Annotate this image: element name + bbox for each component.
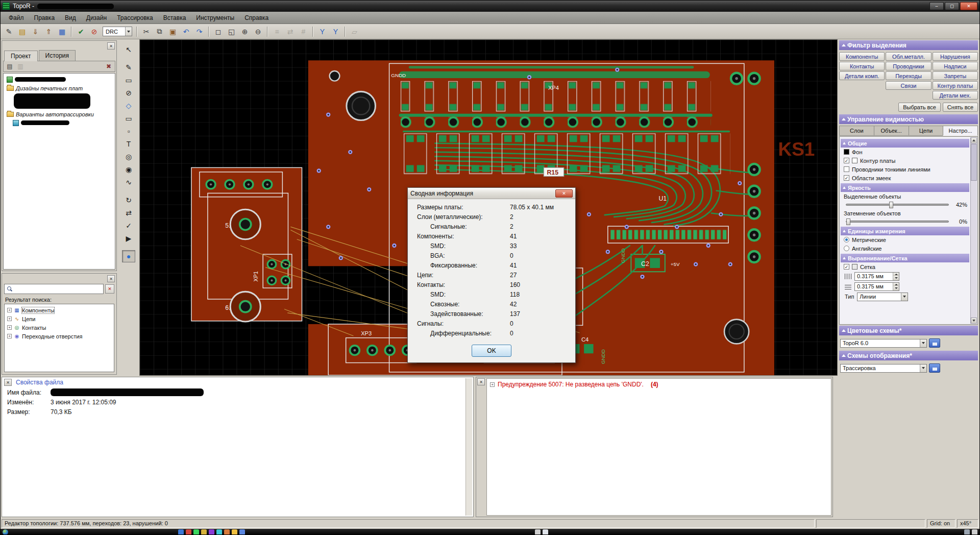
grid-icon[interactable]: # xyxy=(297,26,310,37)
pen-icon[interactable]: ✎ xyxy=(3,26,15,37)
menu-help[interactable]: Справка xyxy=(239,13,274,23)
section-units[interactable]: Единицы измерения xyxy=(841,227,969,235)
u1-connector-pads[interactable] xyxy=(610,228,727,242)
thin-wires-checkbox[interactable] xyxy=(844,166,849,172)
caliper2-icon[interactable]: Y xyxy=(329,26,342,37)
search-clear-icon[interactable]: ✕ xyxy=(105,284,114,294)
filter-keepouts[interactable]: Запреты xyxy=(933,71,978,80)
circle-tool-icon[interactable]: ⊘ xyxy=(122,87,135,99)
filter-links[interactable]: Связи xyxy=(886,81,931,90)
filter-components[interactable]: Компоненты xyxy=(839,52,885,61)
tree-root-item[interactable] xyxy=(5,75,114,84)
tab-history[interactable]: История xyxy=(39,50,76,61)
filter-comp-details[interactable]: Детали комп. xyxy=(839,71,885,80)
dialog-close-icon[interactable]: ✕ xyxy=(555,189,573,198)
tab-project[interactable]: Проект xyxy=(4,51,38,61)
drc-dropdown-arrow[interactable] xyxy=(125,27,132,36)
filter-board-outline[interactable]: Контур платы xyxy=(933,81,978,90)
mounting-hole[interactable] xyxy=(724,320,749,344)
display-schemes-header[interactable]: Схемы отображения* xyxy=(839,351,978,360)
taskbar-app-icon[interactable] xyxy=(201,529,207,535)
text-tool-icon[interactable]: T xyxy=(122,138,135,150)
color-scheme-dropdown[interactable]: TopoR 6.0 xyxy=(840,339,927,348)
save-color-scheme-button[interactable] xyxy=(929,338,940,348)
taskbar-app-icon[interactable] xyxy=(186,529,191,535)
rotate-tool-icon[interactable]: ↻ xyxy=(122,194,135,206)
tab-objects[interactable]: Объек... xyxy=(874,126,909,136)
dialog-title-bar[interactable]: Сводная информация ✕ xyxy=(408,188,575,199)
dim-slider[interactable] xyxy=(846,221,949,223)
status-grid[interactable]: Grid: on xyxy=(927,519,955,528)
open-icon[interactable]: ▤ xyxy=(16,26,29,37)
maximize-button[interactable]: ◻ xyxy=(945,2,959,10)
dropdown-arrow[interactable] xyxy=(920,339,926,347)
taskbar-app-icon[interactable] xyxy=(193,529,199,535)
taskbar-app-icon[interactable] xyxy=(216,529,222,535)
delete-design-icon[interactable]: ✖ xyxy=(104,62,113,70)
settings-scrollbar[interactable] xyxy=(970,137,977,324)
zoom-window-icon[interactable]: ◻ xyxy=(212,26,225,37)
tree-item[interactable] xyxy=(5,118,114,127)
menu-insert[interactable]: Вставка xyxy=(158,13,191,23)
via-tool-icon[interactable]: ◉ xyxy=(122,163,135,176)
pad-tool-icon[interactable]: ◎ xyxy=(122,151,135,163)
layers-icon[interactable]: ≡ xyxy=(271,26,283,37)
drc-off-icon[interactable]: ⊘ xyxy=(88,26,101,37)
grid-y-field[interactable]: 0.3175 мм xyxy=(854,282,899,291)
save-icon[interactable]: ▦ xyxy=(56,26,68,37)
outline-checkbox[interactable]: ✓ xyxy=(844,158,849,163)
start-button[interactable] xyxy=(3,529,8,535)
caliper-icon[interactable]: Y xyxy=(316,26,329,37)
select-tool-icon[interactable]: ↖ xyxy=(122,43,135,56)
swap-icon[interactable]: ⇄ xyxy=(284,26,297,37)
export-icon[interactable]: ⇑ xyxy=(42,26,55,37)
edit-tool-icon[interactable]: ✎ xyxy=(122,61,135,74)
filter-pads[interactable]: Контакты xyxy=(839,62,885,70)
highlight-slider[interactable] xyxy=(846,204,949,206)
grid-checkbox[interactable]: ✓ xyxy=(844,264,849,270)
expand-icon[interactable]: + xyxy=(7,325,12,330)
scroll-up-icon[interactable] xyxy=(971,137,977,143)
status-angle[interactable]: x45° xyxy=(957,519,978,528)
project-panel-close-icon[interactable]: ✕ xyxy=(107,42,115,50)
search-panel-close-icon[interactable]: ✕ xyxy=(107,275,115,282)
clear-all-button[interactable]: Снять все xyxy=(943,103,978,112)
taskbar-app-icon[interactable] xyxy=(178,529,184,535)
save-display-scheme-button[interactable] xyxy=(929,363,940,373)
section-brightness[interactable]: Яркость xyxy=(841,183,969,192)
metric-radio[interactable] xyxy=(844,237,849,242)
copy-icon[interactable]: ⧉ xyxy=(153,26,166,37)
teardrop-tool-icon[interactable]: ● xyxy=(122,250,135,262)
tab-settings[interactable]: Настро... xyxy=(943,126,978,136)
visibility-header[interactable]: Управление видимостью xyxy=(839,114,978,124)
imperial-radio[interactable] xyxy=(844,246,849,251)
expand-icon[interactable]: + xyxy=(7,308,12,312)
tab-nets[interactable]: Цепи xyxy=(909,126,943,136)
search-input[interactable] xyxy=(15,284,103,294)
filter-wires[interactable]: Проводники xyxy=(886,62,931,70)
warning-item[interactable]: + Предупреждение 5007: Не разведена цепь… xyxy=(490,381,828,388)
menu-view[interactable]: Вид xyxy=(60,13,81,23)
scroll-down-icon[interactable] xyxy=(971,318,977,324)
drc-run-icon[interactable]: ✔ xyxy=(75,26,87,37)
pcb-canvas[interactable]: KS1 XP4 GNDD R15 U1 C2 +5V GNDD +5V C4 G… xyxy=(139,39,838,376)
file-panel-close-icon[interactable]: ✕ xyxy=(4,379,12,386)
zoom-all-icon[interactable]: ◱ xyxy=(225,26,238,37)
redo-icon[interactable]: ↷ xyxy=(193,26,206,37)
warnings-panel-close-icon[interactable]: ✕ xyxy=(477,378,485,385)
filter-vias[interactable]: Переходы xyxy=(886,71,931,80)
menu-tools[interactable]: Инструменты xyxy=(191,13,239,23)
filter-header[interactable]: Фильтр выделения xyxy=(839,40,978,50)
taskbar-app-icon[interactable] xyxy=(232,529,237,535)
select-all-button[interactable]: Выбрать все xyxy=(898,103,941,112)
taskbar-app-icon[interactable] xyxy=(543,529,548,535)
tree-folder-autoroute[interactable]: Варианты автотрассировки xyxy=(5,110,114,118)
spinner-buttons[interactable] xyxy=(893,273,899,280)
taskbar-app-icon[interactable] xyxy=(239,529,245,535)
rectangle-tool-icon[interactable]: ▭ xyxy=(122,112,135,125)
run-tool-icon[interactable]: ▶ xyxy=(122,232,135,245)
result-vias[interactable]: + ◉ Переходные отверстия xyxy=(6,332,113,341)
taskbar-app-icon[interactable] xyxy=(224,529,230,535)
snake-areas-checkbox[interactable]: ✓ xyxy=(844,175,849,181)
tree-item[interactable] xyxy=(5,92,114,110)
